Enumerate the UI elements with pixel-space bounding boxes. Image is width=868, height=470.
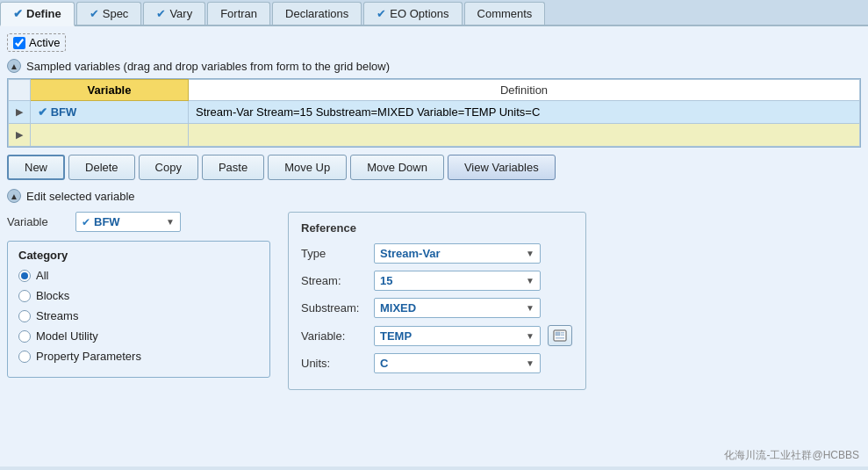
svg-rect-4 — [556, 337, 564, 339]
stream-label: Stream: — [301, 274, 367, 287]
left-panel: Variable ✔ BFW ▼ Category All — [7, 212, 270, 390]
content-area: Active ▲ Sampled variables (drag and dro… — [0, 26, 868, 466]
tab-fortran-label: Fortran — [220, 7, 257, 20]
table-row[interactable]: ▶ ✔ BFW Stream-Var Stream=15 Substream=M… — [9, 101, 860, 124]
col-variable: Variable — [31, 80, 189, 101]
radio-blocks-label: Blocks — [36, 289, 69, 302]
table-row[interactable]: ▶ — [9, 124, 860, 147]
substream-label: Substream: — [301, 301, 367, 315]
spec-check-icon: ✔ — [90, 7, 99, 20]
tab-spec-label: Spec — [103, 7, 129, 20]
stream-dropdown[interactable]: 15 ▼ — [374, 271, 541, 291]
radio-model-utility-label: Model Utility — [36, 329, 98, 343]
sampled-section-header: ▲ Sampled variables (drag and drop varia… — [7, 59, 861, 73]
tab-define[interactable]: ✔ Define — [0, 2, 75, 26]
type-dropdown[interactable]: Stream-Var ▼ — [374, 243, 541, 264]
tab-eo-options[interactable]: ✔ EO Options — [363, 2, 462, 25]
edit-section-header: ▲ Edit selected variable — [7, 189, 861, 203]
tab-declarations[interactable]: Declarations — [272, 2, 362, 25]
type-label: Type — [301, 247, 367, 260]
variable-dropdown-value: BFW — [94, 215, 162, 228]
definition-cell-1: Stream-Var Stream=15 Substream=MIXED Var… — [189, 101, 860, 124]
units-row: Units: C ▼ — [301, 353, 573, 373]
edit-section-label: Edit selected variable — [26, 190, 135, 203]
type-row: Type Stream-Var ▼ — [301, 243, 573, 264]
radio-property-parameters[interactable]: Property Parameters — [18, 350, 259, 363]
variable-cell-1[interactable]: ✔ BFW — [31, 101, 189, 124]
sampled-section-label: Sampled variables (drag and drop variabl… — [26, 60, 390, 73]
variable-field-row: Variable ✔ BFW ▼ — [7, 212, 270, 232]
vary-check-icon: ✔ — [156, 7, 166, 20]
new-button[interactable]: New — [7, 155, 65, 180]
units-label: Units: — [301, 357, 367, 370]
tab-spec[interactable]: ✔ Spec — [76, 2, 142, 25]
stream-dropdown-arrow: ▼ — [526, 276, 534, 286]
watermark: 化海川流-工业社群@HCBBS — [724, 448, 859, 463]
paste-button[interactable]: Paste — [202, 155, 264, 180]
browse-button[interactable] — [548, 325, 572, 346]
units-dropdown[interactable]: C ▼ — [374, 353, 541, 373]
units-dropdown-arrow: ▼ — [526, 358, 534, 368]
variable-name-1: BFW — [51, 105, 77, 119]
tab-declarations-label: Declarations — [285, 7, 348, 20]
reference-title: Reference — [301, 221, 573, 235]
row-arrow-1: ▶ — [9, 101, 31, 124]
radio-blocks-circle — [18, 290, 31, 302]
definition-cell-2 — [189, 124, 860, 147]
row-arrow-2: ▶ — [9, 124, 31, 147]
radio-property-parameters-label: Property Parameters — [36, 350, 141, 363]
sampled-collapse-button[interactable]: ▲ — [7, 59, 21, 73]
tab-vary-label: Vary — [169, 7, 192, 20]
radio-all[interactable]: All — [18, 269, 259, 282]
active-checkbox[interactable] — [13, 37, 25, 49]
substream-dropdown[interactable]: MIXED ▼ — [374, 298, 541, 318]
stream-value: 15 — [380, 274, 522, 287]
svg-rect-2 — [561, 332, 564, 334]
tab-vary[interactable]: ✔ Vary — [143, 2, 205, 25]
ref-variable-value: TEMP — [380, 329, 522, 343]
stream-row: Stream: 15 ▼ — [301, 271, 573, 291]
substream-row: Substream: MIXED ▼ — [301, 298, 573, 318]
define-check-icon: ✔ — [13, 7, 23, 20]
radio-all-circle — [18, 270, 31, 282]
eo-check-icon: ✔ — [377, 7, 386, 20]
radio-model-utility[interactable]: Model Utility — [18, 329, 259, 343]
col-definition: Definition — [189, 80, 860, 101]
tab-comments[interactable]: Comments — [464, 2, 546, 25]
view-variables-button[interactable]: View Variables — [448, 155, 556, 180]
radio-streams[interactable]: Streams — [18, 309, 259, 322]
variable-check-icon: ✔ — [38, 105, 47, 119]
radio-all-label: All — [36, 269, 48, 282]
type-dropdown-arrow: ▼ — [526, 249, 534, 258]
radio-blocks[interactable]: Blocks — [18, 289, 259, 302]
grid-toolbar: New Delete Copy Paste Move Up Move Down … — [7, 155, 861, 180]
edit-collapse-button[interactable]: ▲ — [7, 189, 21, 203]
delete-button[interactable]: Delete — [68, 155, 135, 180]
move-down-button[interactable]: Move Down — [350, 155, 444, 180]
variable-dropdown-icon: ✔ — [82, 216, 90, 228]
svg-rect-1 — [556, 332, 560, 336]
radio-model-utility-circle — [18, 330, 31, 343]
copy-button[interactable]: Copy — [139, 155, 198, 180]
tab-define-label: Define — [26, 7, 61, 20]
radio-streams-label: Streams — [36, 309, 78, 322]
svg-rect-3 — [561, 335, 564, 336]
category-title: Category — [18, 249, 259, 262]
substream-value: MIXED — [380, 301, 522, 315]
ref-variable-dropdown[interactable]: TEMP ▼ — [374, 326, 541, 346]
reference-panel: Reference Type Stream-Var ▼ Stream: 15 ▼ — [288, 212, 586, 390]
tab-fortran[interactable]: Fortran — [207, 2, 270, 25]
type-value: Stream-Var — [380, 247, 522, 260]
active-label: Active — [29, 36, 60, 49]
tab-comments-label: Comments — [477, 7, 533, 20]
variable-dropdown[interactable]: ✔ BFW ▼ — [75, 212, 181, 232]
units-value: C — [380, 357, 522, 370]
radio-property-parameters-circle — [18, 351, 31, 363]
variable-cell-2 — [31, 124, 189, 147]
edit-body: Variable ✔ BFW ▼ Category All — [7, 212, 861, 390]
radio-streams-circle — [18, 310, 31, 322]
substream-dropdown-arrow: ▼ — [526, 303, 534, 313]
move-up-button[interactable]: Move Up — [268, 155, 347, 180]
active-checkbox-row: Active — [7, 33, 66, 52]
ref-variable-dropdown-arrow: ▼ — [526, 331, 534, 341]
